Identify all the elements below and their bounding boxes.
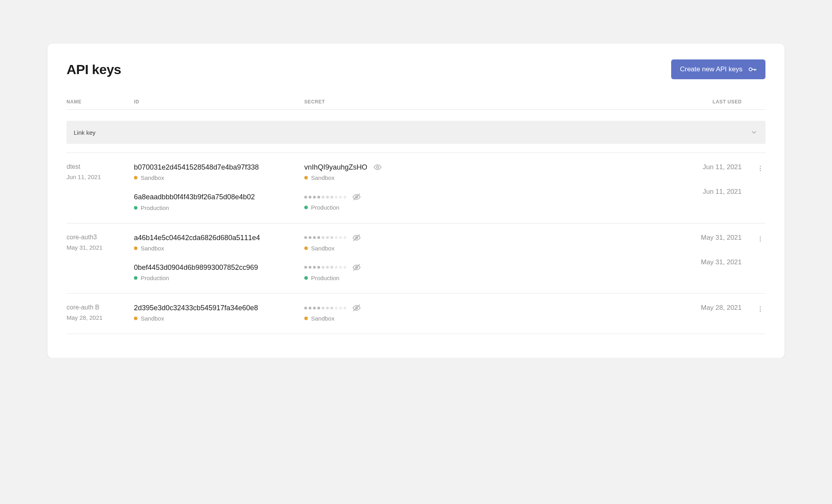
svg-point-6	[760, 170, 761, 171]
svg-point-10	[760, 307, 761, 308]
svg-point-7	[760, 236, 761, 237]
key-id: b070031e2d4541528548d7e4ba97f338	[134, 162, 304, 172]
env-label: Sandbox	[311, 245, 334, 252]
key-name: dtest	[67, 163, 134, 170]
eye-off-icon	[353, 193, 361, 201]
row-actions-button[interactable]	[755, 304, 765, 315]
last-used-date: May 31, 2021	[514, 234, 742, 242]
secret-line	[304, 233, 514, 242]
env-tag: Sandbox	[134, 315, 304, 322]
reveal-secret-button[interactable]	[352, 233, 361, 242]
create-api-keys-button[interactable]: Create new API keys	[671, 59, 765, 79]
key-id-block: 6a8eaadbbb0f4f43b9f26a75d08e4b02Producti…	[134, 192, 304, 211]
env-tag: Sandbox	[134, 245, 304, 252]
col-last-used: LAST USED	[514, 99, 750, 105]
key-id-block: 0bef4453d0904d6b98993007852cc969Producti…	[134, 263, 304, 281]
svg-point-11	[760, 309, 761, 310]
col-secret: SECRET	[304, 99, 514, 105]
col-name: NAME	[67, 99, 134, 105]
secret-block: Production	[304, 263, 514, 281]
env-label: Production	[141, 275, 169, 281]
id-col: 2d395e3d0c32433cb545917fa34e60e8Sandbox	[134, 303, 304, 322]
last-used-col: Jun 11, 2021Jun 11, 2021	[514, 162, 750, 196]
env-label: Sandbox	[141, 245, 164, 252]
api-keys-panel: API keys Create new API keys NAME ID SEC…	[48, 44, 784, 358]
env-label: Sandbox	[141, 174, 164, 181]
env-label: Sandbox	[141, 315, 164, 322]
last-used-date: Jun 11, 2021	[514, 188, 742, 196]
table-row: core-auth3May 31, 2021a46b14e5c04642cda6…	[67, 223, 765, 294]
key-created-date: Jun 11, 2021	[67, 174, 134, 180]
row-actions-button[interactable]	[755, 234, 765, 245]
secret-block: Sandbox	[304, 303, 514, 322]
key-id: a46b14e5c04642cda6826d680a5111e4	[134, 233, 304, 242]
eye-icon	[374, 163, 382, 171]
key-name-col: core-auth BMay 28, 2021	[67, 303, 134, 321]
secret-masked	[304, 236, 346, 239]
key-id-block: b070031e2d4541528548d7e4ba97f338Sandbox	[134, 162, 304, 181]
production-dot-icon	[304, 206, 308, 209]
last-used-date: May 31, 2021	[514, 258, 742, 266]
row-actions-button[interactable]	[755, 163, 765, 175]
svg-point-4	[760, 166, 761, 167]
secret-line	[304, 303, 514, 313]
eye-off-icon	[353, 234, 361, 242]
svg-point-8	[760, 238, 761, 239]
last-used-date: Jun 11, 2021	[514, 163, 742, 171]
env-tag: Sandbox	[304, 174, 514, 181]
id-col: b070031e2d4541528548d7e4ba97f338Sandbox6…	[134, 162, 304, 211]
api-keys-table: NAME ID SECRET LAST USED Link key dtestJ…	[67, 99, 765, 334]
env-tag: Sandbox	[304, 315, 514, 322]
eye-off-icon	[353, 263, 361, 271]
link-key-row[interactable]: Link key	[67, 121, 765, 144]
env-tag: Production	[134, 275, 304, 281]
sandbox-dot-icon	[134, 246, 137, 250]
production-dot-icon	[134, 276, 137, 280]
col-id: ID	[134, 99, 304, 105]
sandbox-dot-icon	[304, 317, 308, 320]
key-id: 2d395e3d0c32433cb545917fa34e60e8	[134, 303, 304, 313]
panel-header: API keys Create new API keys	[67, 59, 765, 79]
secret-col: Sandbox	[304, 303, 514, 322]
production-dot-icon	[304, 276, 308, 280]
kebab-icon	[757, 305, 764, 313]
secret-block: Sandbox	[304, 233, 514, 252]
env-tag: Production	[304, 204, 514, 211]
key-id-block: 2d395e3d0c32433cb545917fa34e60e8Sandbox	[134, 303, 304, 322]
reveal-secret-button[interactable]	[352, 263, 361, 272]
table-header: NAME ID SECRET LAST USED	[67, 99, 765, 110]
sandbox-dot-icon	[304, 176, 308, 179]
secret-masked	[304, 307, 346, 309]
kebab-icon	[757, 235, 764, 242]
secret-col: SandboxProduction	[304, 233, 514, 281]
reveal-secret-button[interactable]	[352, 303, 361, 313]
svg-point-9	[760, 240, 761, 241]
hide-secret-button[interactable]	[373, 162, 382, 172]
sandbox-dot-icon	[134, 317, 137, 320]
last-used-date: May 28, 2021	[514, 304, 742, 312]
env-tag: Sandbox	[134, 174, 304, 181]
svg-point-5	[760, 168, 761, 169]
env-tag: Production	[304, 275, 514, 281]
last-used-col: May 31, 2021May 31, 2021	[514, 233, 750, 266]
eye-off-icon	[353, 304, 361, 312]
page-title: API keys	[67, 62, 121, 77]
env-tag: Production	[134, 204, 304, 211]
table-row: dtestJun 11, 2021b070031e2d4541528548d7e…	[67, 153, 765, 223]
secret-masked	[304, 196, 346, 199]
key-created-date: May 28, 2021	[67, 314, 134, 321]
secret-line: vnIhQI9yauhgZsHO	[304, 162, 514, 172]
secret-block: vnIhQI9yauhgZsHOSandbox	[304, 162, 514, 181]
actions-col	[750, 162, 765, 175]
sandbox-dot-icon	[134, 176, 137, 179]
reveal-secret-button[interactable]	[352, 192, 361, 202]
env-label: Sandbox	[311, 174, 334, 181]
link-key-label: Link key	[74, 129, 95, 136]
env-label: Production	[311, 204, 340, 211]
chevron-down-icon	[750, 129, 758, 136]
actions-col	[750, 233, 765, 245]
key-name-col: core-auth3May 31, 2021	[67, 233, 134, 251]
secret-value: vnIhQI9yauhgZsHO	[304, 163, 367, 172]
create-api-keys-label: Create new API keys	[680, 65, 742, 73]
key-id-block: a46b14e5c04642cda6826d680a5111e4Sandbox	[134, 233, 304, 252]
